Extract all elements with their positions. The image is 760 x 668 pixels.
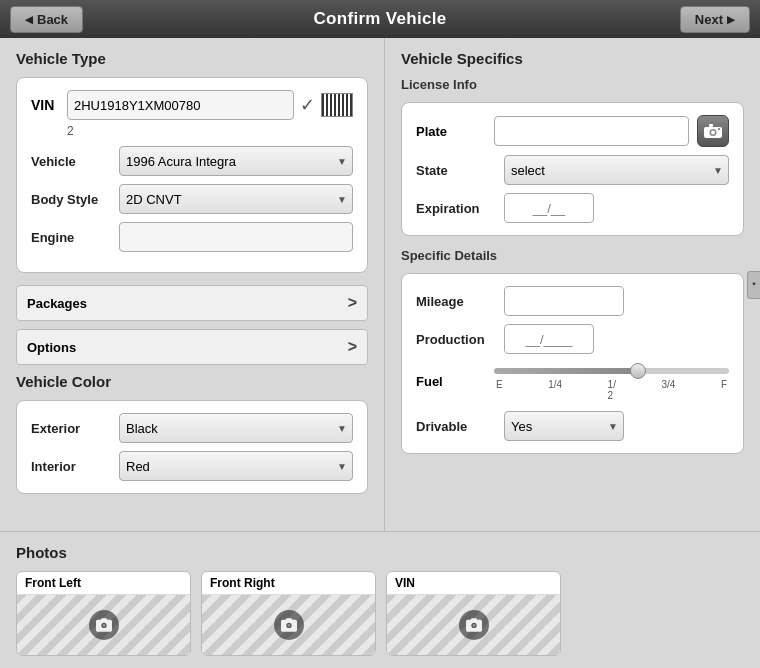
photo-camera-button-front-left[interactable] <box>89 610 119 640</box>
mileage-label: Mileage <box>416 294 496 309</box>
expiration-input[interactable] <box>504 193 594 223</box>
vin-input[interactable] <box>67 90 294 120</box>
photo-label-front-right: Front Right <box>202 572 375 595</box>
content-area: * * Vehicle Type VIN ✓ 2 Vehicle <box>0 38 760 668</box>
license-info-card: Plate State <box>401 102 744 236</box>
camera-icon <box>704 124 722 138</box>
fuel-tick-e: E <box>496 379 503 401</box>
fuel-ticks: E 1/4 1/2 3/4 F <box>494 379 729 401</box>
plate-row: Plate <box>416 115 729 147</box>
vin-sub: 2 <box>67 124 353 138</box>
mileage-row: Mileage <box>416 286 729 316</box>
interior-select[interactable]: Red <box>119 451 353 481</box>
back-label: Back <box>37 12 68 27</box>
right-panel: * Vehicle Specifics License Info Plate <box>385 38 760 531</box>
right-side-button[interactable]: * <box>747 271 760 299</box>
vehicle-row: Vehicle 1996 Acura Integra ▼ <box>31 146 353 176</box>
vin-row: VIN ✓ <box>31 90 353 120</box>
fuel-slider-container: E 1/4 1/2 3/4 F <box>494 362 729 401</box>
interior-select-wrapper: Red ▼ <box>119 451 353 481</box>
svg-rect-4 <box>718 128 720 130</box>
state-select-wrapper: select ▼ <box>504 155 729 185</box>
fuel-row: Fuel E 1/4 1/2 3/4 F <box>416 362 729 401</box>
state-row: State select ▼ <box>416 155 729 185</box>
fuel-tick-f: F <box>721 379 727 401</box>
vin-label: VIN <box>31 97 61 113</box>
top-section: * * Vehicle Type VIN ✓ 2 Vehicle <box>0 38 760 531</box>
fuel-tick-half: 1/2 <box>608 379 616 401</box>
body-style-select-wrapper: 2D CNVT ▼ <box>119 184 353 214</box>
back-button[interactable]: Back <box>10 6 83 33</box>
engine-label: Engine <box>31 230 111 245</box>
fuel-tick-three-quarter: 3/4 <box>661 379 675 401</box>
vehicle-color-card: Exterior Black ▼ Interior <box>16 400 368 494</box>
expiration-label: Expiration <box>416 201 496 216</box>
svg-point-8 <box>287 624 290 627</box>
photos-title: Photos <box>16 544 744 561</box>
fuel-tick-quarter: 1/4 <box>548 379 562 401</box>
expiration-row: Expiration <box>416 193 729 223</box>
next-button[interactable]: Next <box>680 6 750 33</box>
mileage-input[interactable] <box>504 286 624 316</box>
packages-chevron: > <box>348 294 357 312</box>
production-input[interactable] <box>504 324 594 354</box>
interior-row: Interior Red ▼ <box>31 451 353 481</box>
options-label: Options <box>27 340 76 355</box>
left-panel: * * Vehicle Type VIN ✓ 2 Vehicle <box>0 38 385 531</box>
options-chevron: > <box>348 338 357 356</box>
svg-point-10 <box>472 624 475 627</box>
specific-details-title: Specific Details <box>401 248 744 263</box>
photo-label-front-left: Front Left <box>17 572 190 595</box>
camera-icon-front-right <box>281 618 297 632</box>
photo-area-vin <box>387 595 560 655</box>
photo-label-vin: VIN <box>387 572 560 595</box>
interior-label: Interior <box>31 459 111 474</box>
drivable-select[interactable]: Yes <box>504 411 624 441</box>
drivable-select-wrapper: Yes ▼ <box>504 411 624 441</box>
photos-grid: Front Left Front Right <box>16 571 744 656</box>
body-style-label: Body Style <box>31 192 111 207</box>
header: Back Confirm Vehicle Next <box>0 0 760 38</box>
photo-item-front-right: Front Right <box>201 571 376 656</box>
camera-icon-vin <box>466 618 482 632</box>
camera-icon-front-left <box>96 618 112 632</box>
vehicle-select[interactable]: 1996 Acura Integra <box>119 146 353 176</box>
vehicle-color-title: Vehicle Color <box>16 373 368 390</box>
plate-camera-button[interactable] <box>697 115 729 147</box>
photo-area-front-left <box>17 595 190 655</box>
body-style-row: Body Style 2D CNVT ▼ <box>31 184 353 214</box>
packages-row[interactable]: Packages > <box>16 285 368 321</box>
state-label: State <box>416 163 496 178</box>
options-row[interactable]: Options > <box>16 329 368 365</box>
packages-label: Packages <box>27 296 87 311</box>
svg-point-2 <box>711 131 715 135</box>
exterior-row: Exterior Black ▼ <box>31 413 353 443</box>
svg-rect-3 <box>709 124 713 127</box>
drivable-row: Drivable Yes ▼ <box>416 411 729 441</box>
vehicle-type-title: Vehicle Type <box>16 50 368 67</box>
state-select[interactable]: select <box>504 155 729 185</box>
specific-details-card: Mileage Production Fuel E 1/4 <box>401 273 744 454</box>
exterior-select-wrapper: Black ▼ <box>119 413 353 443</box>
photo-camera-button-vin[interactable] <box>459 610 489 640</box>
vin-check-icon: ✓ <box>300 94 315 116</box>
vehicle-type-card: VIN ✓ 2 Vehicle 1996 Acura Integra ▼ <box>16 77 368 273</box>
barcode-icon[interactable] <box>321 93 353 117</box>
photo-area-front-right <box>202 595 375 655</box>
vehicle-color-section: Vehicle Color Exterior Black ▼ <box>16 373 368 494</box>
vehicle-select-wrapper: 1996 Acura Integra ▼ <box>119 146 353 176</box>
photo-camera-button-front-right[interactable] <box>274 610 304 640</box>
production-label: Production <box>416 332 496 347</box>
body-style-select[interactable]: 2D CNVT <box>119 184 353 214</box>
photo-item-vin: VIN <box>386 571 561 656</box>
fuel-slider[interactable] <box>494 368 729 374</box>
fuel-label: Fuel <box>416 374 486 389</box>
license-info-title: License Info <box>401 77 744 92</box>
plate-input[interactable] <box>494 116 689 146</box>
exterior-select[interactable]: Black <box>119 413 353 443</box>
engine-input[interactable] <box>119 222 353 252</box>
vehicle-label: Vehicle <box>31 154 111 169</box>
production-row: Production <box>416 324 729 354</box>
photos-section: Photos Front Left <box>0 531 760 668</box>
vehicle-specifics-title: Vehicle Specifics <box>401 50 744 67</box>
